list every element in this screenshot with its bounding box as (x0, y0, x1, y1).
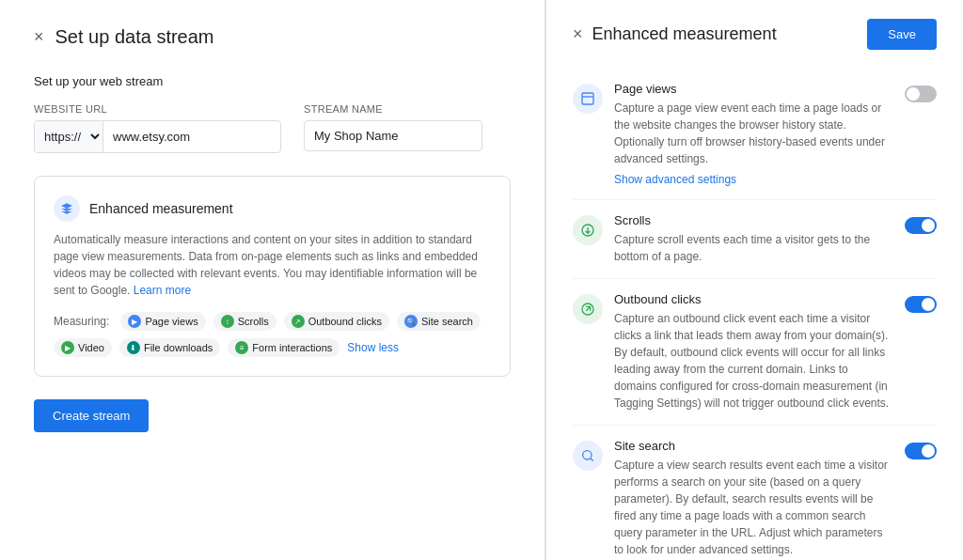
web-stream-label: Set up your web stream (34, 74, 511, 88)
chip-outbound-clicks: ↗ Outbound clicks (284, 312, 389, 331)
outbound-clicks-item: Outbound clicks Capture an outbound clic… (573, 279, 937, 426)
site-search-title: Site search (614, 439, 893, 453)
outbound-clicks-desc: Capture an outbound click event each tim… (614, 310, 893, 412)
url-stream-row: Website URL https:// http:// Stream name (34, 103, 511, 153)
site-search-item: Site search Capture a view search result… (573, 426, 937, 560)
chip-video: ▶ Video (54, 338, 112, 357)
panel-header: × Set up data stream (34, 26, 511, 48)
enhanced-icon (54, 195, 80, 222)
outbound-clicks-icon (573, 294, 603, 324)
scrolls-desc: Capture scroll events each time a visito… (614, 231, 893, 265)
learn-more-link[interactable]: Learn more (134, 284, 191, 297)
site-search-toggle-switch[interactable] (905, 443, 937, 459)
page-views-desc: Capture a page view event each time a pa… (614, 100, 893, 167)
svg-rect-0 (582, 93, 593, 104)
page-views-title: Page views (614, 82, 893, 96)
scrolls-toggle-switch[interactable] (905, 217, 937, 234)
show-less-link[interactable]: Show less (347, 341, 399, 354)
stream-name-group: Stream name (304, 103, 482, 153)
website-url-group: Website URL https:// http:// (34, 103, 281, 153)
page-views-toggle-switch[interactable] (905, 86, 937, 102)
measuring-row: Measuring: ▶ Page views ↕ Scrolls ↗ Outb… (54, 312, 491, 357)
site-search-toggle[interactable] (905, 443, 937, 462)
site-search-desc: Capture a view search results event each… (614, 457, 893, 558)
outbound-clicks-toggle[interactable] (905, 296, 937, 316)
right-panel: × Enhanced measurement Save Page views C… (545, 0, 963, 560)
chip-site-search: 🔍 Site search (397, 312, 481, 331)
page-views-chip-icon: ▶ (128, 315, 141, 328)
url-protocol-select[interactable]: https:// http:// (35, 121, 103, 152)
url-input[interactable] (103, 122, 280, 151)
create-stream-button[interactable]: Create stream (34, 399, 149, 432)
video-chip-icon: ▶ (61, 341, 74, 354)
right-header: × Enhanced measurement Save (573, 19, 937, 50)
website-url-label: Website URL (34, 103, 281, 115)
measuring-label: Measuring: (54, 315, 109, 328)
panel-title: Set up data stream (55, 26, 214, 48)
page-views-item: Page views Capture a page view event eac… (573, 69, 937, 200)
outbound-clicks-content: Outbound clicks Capture an outbound clic… (614, 292, 893, 412)
right-header-left: × Enhanced measurement (573, 24, 777, 44)
left-panel: × Set up data stream Set up your web str… (0, 0, 545, 560)
scrolls-chip-icon: ↕ (221, 315, 234, 328)
enhanced-measurement-card: Enhanced measurement Automatically measu… (34, 176, 511, 377)
close-icon-left[interactable]: × (34, 27, 44, 47)
site-search-icon (573, 441, 603, 471)
scrolls-toggle[interactable] (905, 217, 937, 237)
url-input-group: https:// http:// (34, 120, 281, 153)
stream-name-input[interactable] (304, 120, 482, 151)
scrolls-icon (573, 215, 603, 245)
scrolls-title: Scrolls (614, 213, 893, 227)
outbound-clicks-toggle-switch[interactable] (905, 296, 937, 313)
enhanced-card-title: Enhanced measurement (89, 201, 233, 216)
outbound-clicks-title: Outbound clicks (614, 292, 893, 306)
page-views-toggle[interactable] (905, 86, 937, 105)
page-views-advanced-link[interactable]: Show advanced settings (614, 173, 736, 186)
save-button[interactable]: Save (867, 19, 937, 50)
chip-page-views: ▶ Page views (120, 312, 205, 331)
chip-form-interactions: ≡ Form interactions (228, 338, 339, 357)
enhanced-card-desc: Automatically measure interactions and c… (54, 231, 491, 299)
stream-name-label: Stream name (304, 103, 482, 115)
page-views-icon (573, 84, 603, 114)
site-search-content: Site search Capture a view search result… (614, 439, 893, 560)
outbound-clicks-chip-icon: ↗ (292, 315, 305, 328)
scrolls-content: Scrolls Capture scroll events each time … (614, 213, 893, 265)
page-views-content: Page views Capture a page view event eac… (614, 82, 893, 186)
close-icon-right[interactable]: × (573, 24, 583, 44)
file-downloads-chip-icon: ⬇ (127, 341, 140, 354)
chip-scrolls: ↕ Scrolls (213, 312, 276, 331)
right-panel-title: Enhanced measurement (592, 24, 777, 44)
scrolls-item: Scrolls Capture scroll events each time … (573, 200, 937, 279)
form-interactions-chip-icon: ≡ (235, 341, 248, 354)
enhanced-card-header: Enhanced measurement (54, 195, 491, 222)
chip-file-downloads: ⬇ File downloads (119, 338, 220, 357)
site-search-chip-icon: 🔍 (404, 315, 418, 328)
